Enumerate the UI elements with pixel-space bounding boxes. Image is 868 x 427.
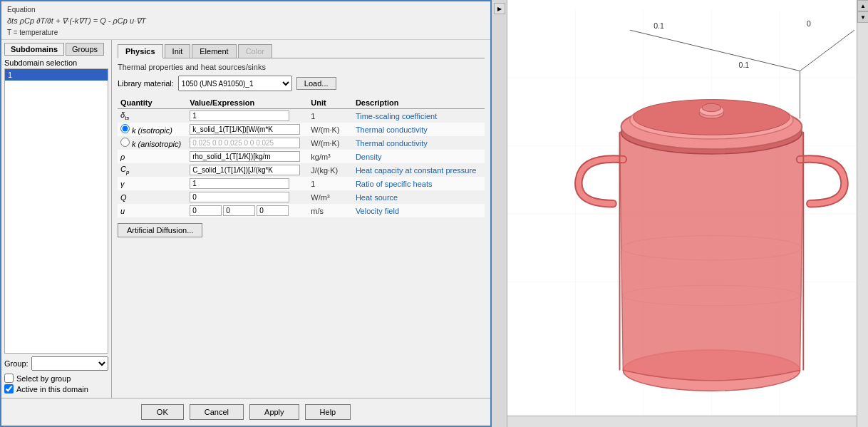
unit-k-iso: W/(m·K) [308, 123, 353, 136]
input-delta[interactable] [190, 110, 289, 121]
equation-label: Equation [7, 6, 485, 14]
table-row: k (anisotropic) W/(m·K) Thermal conducti… [118, 136, 485, 150]
tab-physics[interactable]: Physics [118, 44, 163, 58]
value-cp[interactable] [187, 163, 308, 177]
tab-color: Color [238, 44, 272, 58]
scroll-up-button[interactable]: ▲ [857, 0, 868, 11]
svg-text:0.1: 0.1 [739, 61, 750, 69]
table-row: γ 1 Ratio of specific heats [118, 177, 485, 190]
input-k-aniso[interactable] [190, 138, 300, 148]
input-w[interactable] [257, 205, 289, 216]
quantity-rho: ρ [118, 150, 187, 163]
equation-temp: T = temperature [7, 29, 485, 36]
col-unit: Unit [308, 97, 353, 109]
quantity-u: u [118, 204, 187, 217]
apply-button[interactable]: Apply [249, 404, 299, 420]
library-label: Library material: [118, 79, 174, 88]
library-row: Library material: 1050 (UNS A91050)_1 Lo… [118, 76, 485, 91]
radio-anisotropic[interactable] [120, 138, 130, 147]
edge-button[interactable]: ▶ [494, 3, 505, 14]
radio-isotropic[interactable] [120, 124, 130, 133]
value-rho[interactable] [187, 150, 308, 163]
tab-init[interactable]: Init [165, 44, 191, 58]
desc-rho: Density [353, 150, 485, 163]
input-u[interactable] [190, 205, 222, 216]
quantity-q: Q [118, 190, 187, 204]
properties-table: Quantity Value/Expression Unit Descripti… [118, 97, 485, 217]
subdomain-label: Subdomain selection [4, 58, 108, 67]
quantity-k-aniso: k (anisotropic) [118, 136, 187, 150]
svg-text:0.1: 0.1 [653, 21, 664, 30]
tab-subdomains[interactable]: Subdomains [4, 43, 64, 56]
select-by-group-checkbox[interactable] [4, 374, 14, 383]
quantity-gamma: γ [118, 177, 187, 190]
unit-delta: 1 [308, 109, 353, 123]
svg-text:0: 0 [807, 19, 811, 28]
vertical-scrollbar[interactable]: ▲ ▼ [857, 0, 868, 427]
bottom-buttons: OK Cancel Apply Help [1, 398, 490, 426]
input-v[interactable] [223, 205, 255, 216]
art-diff-row: Artificial Diffusion... [118, 223, 485, 237]
active-in-domain-label: Active in this domain [16, 385, 88, 393]
table-row: δts 1 Time-scaling coefficient [118, 109, 485, 123]
desc-gamma: Ratio of specific heats [353, 177, 485, 190]
col-quantity: Quantity [118, 97, 187, 109]
unit-cp: J/(kg·K) [308, 163, 353, 177]
table-row: u m/s Velocity field [118, 204, 485, 217]
quantity-cp: Cp [118, 163, 187, 177]
desc-delta: Time-scaling coefficient [353, 109, 485, 123]
load-button[interactable]: Load... [296, 77, 336, 90]
desc-q: Heat source [353, 190, 485, 204]
desc-cp: Heat capacity at constant pressure [353, 163, 485, 177]
physics-panel: Physics Init Element Color Thermal prope… [112, 40, 490, 398]
group-row: Group: [4, 356, 108, 371]
desc-k-aniso: Thermal conductivity [353, 136, 485, 150]
horizontal-scrollbar[interactable] [507, 416, 857, 427]
col-value: Value/Expression [187, 97, 308, 109]
value-k-aniso[interactable] [187, 136, 308, 150]
tab-element[interactable]: Element [192, 44, 236, 58]
input-gamma[interactable] [190, 178, 289, 189]
table-row: Cp J/(kg·K) Heat capacity at constant pr… [118, 163, 485, 177]
equation-formula: δts ρCp ∂T/∂t + ∇·(-k∇T) = Q - ρCp u·∇T [7, 16, 485, 26]
unit-k-aniso: W/(m·K) [308, 136, 353, 150]
right-panel: 0.1 0 0.1 0 [507, 0, 868, 427]
subdomain-list[interactable]: 1 [4, 68, 108, 354]
left-panel: Equation δts ρCp ∂T/∂t + ∇·(-k∇T) = Q - … [0, 0, 492, 427]
input-k-iso[interactable] [190, 124, 300, 135]
desc-k-iso: Thermal conductivity [353, 123, 485, 136]
subdomain-item[interactable]: 1 [5, 69, 108, 81]
active-in-domain-row: Active in this domain [4, 384, 108, 393]
library-select[interactable]: 1050 (UNS A91050)_1 [178, 76, 292, 91]
input-cp[interactable] [190, 165, 300, 175]
table-row: ρ kg/m³ Density [118, 150, 485, 163]
help-button[interactable]: Help [305, 404, 351, 420]
svg-point-23 [702, 103, 721, 111]
table-row: Q W/m³ Heat source [118, 190, 485, 204]
group-select[interactable] [31, 356, 108, 371]
unit-rho: kg/m³ [308, 150, 353, 163]
tab-groups[interactable]: Groups [66, 43, 104, 56]
input-rho[interactable] [190, 151, 300, 162]
active-in-domain-checkbox[interactable] [4, 384, 14, 393]
section-title: Thermal properties and heat sources/sink… [118, 63, 485, 71]
value-gamma[interactable] [187, 177, 308, 190]
viewport-svg: 0.1 0 0.1 0 [507, 0, 868, 427]
unit-q: W/m³ [308, 190, 353, 204]
value-delta[interactable] [187, 109, 308, 123]
equation-section: Equation δts ρCp ∂T/∂t + ∇·(-k∇T) = Q - … [1, 1, 490, 40]
main-content: Subdomains Groups Subdomain selection 1 … [1, 40, 490, 398]
value-k-iso[interactable] [187, 123, 308, 136]
unit-u: m/s [308, 204, 353, 217]
value-q[interactable] [187, 190, 308, 204]
cancel-button[interactable]: Cancel [190, 404, 244, 420]
desc-u: Velocity field [353, 204, 485, 217]
ok-button[interactable]: OK [141, 404, 184, 420]
scroll-down-button[interactable]: ▼ [857, 11, 868, 23]
quantity-k-iso: k (isotropic) [118, 123, 187, 136]
value-u[interactable] [187, 204, 308, 217]
select-by-group-row: Select by group [4, 374, 108, 383]
group-label: Group: [4, 359, 29, 368]
art-diff-button[interactable]: Artificial Diffusion... [118, 223, 202, 237]
input-q[interactable] [190, 192, 289, 202]
